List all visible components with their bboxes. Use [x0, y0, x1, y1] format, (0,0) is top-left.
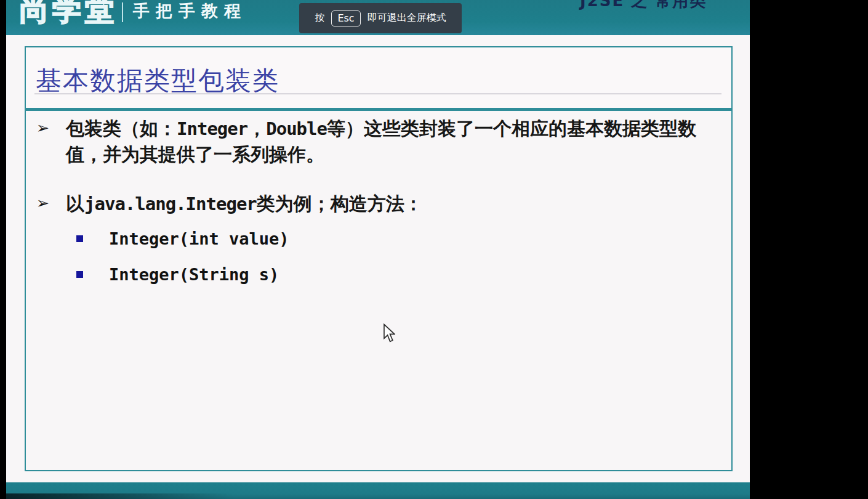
footer-bar [6, 482, 750, 499]
square-bullet-icon [76, 271, 83, 278]
slide-title: 基本数据类型包装类 [36, 63, 279, 98]
title-underline [34, 94, 721, 94]
tooltip-prefix: 按 [315, 12, 324, 25]
brand-logo: 尚学堂 [20, 0, 118, 30]
course-title: J2SE 之 常用类 [580, 0, 707, 12]
bullet-text: 以java.lang.Integer类为例；构造方法： [66, 191, 717, 217]
bullet-item: ➢以java.lang.Integer类为例；构造方法： [26, 191, 721, 217]
video-surface[interactable]: 尚学堂 手把手教程 J2SE 之 常用类 按 Esc 即可退出全屏模式 基本数据… [6, 0, 750, 499]
logo-separator [122, 2, 123, 22]
slide-title-box: 基本数据类型包装类 [25, 46, 733, 109]
slide-body-box: ➢包装类（如：Integer，Double等）这些类封装了一个相应的基本数据类型… [25, 109, 733, 471]
slide-canvas: 基本数据类型包装类 ➢包装类（如：Integer，Double等）这些类封装了一… [6, 35, 750, 482]
fullscreen-exit-tooltip: 按 Esc 即可退出全屏模式 [299, 3, 462, 33]
sub-bullet-item: Integer(int value) [26, 229, 289, 248]
bullet-arrow-icon: ➢ [36, 191, 66, 212]
tooltip-suffix: 即可退出全屏模式 [368, 12, 446, 25]
footer-shadow [6, 493, 234, 499]
bullet-text: 包装类（如：Integer，Double等）这些类封装了一个相应的基本数据类型数… [66, 116, 717, 167]
header-bar: 尚学堂 手把手教程 J2SE 之 常用类 按 Esc 即可退出全屏模式 [6, 0, 750, 35]
mouse-cursor-icon [383, 323, 395, 343]
square-bullet-icon [76, 235, 83, 242]
constructor-signature: Integer(String s) [109, 265, 279, 284]
bullet-item: ➢包装类（如：Integer，Double等）这些类封装了一个相应的基本数据类型… [26, 116, 721, 167]
constructor-signature: Integer(int value) [109, 229, 289, 248]
esc-key-badge: Esc [331, 10, 360, 26]
brand-tagline: 手把手教程 [133, 0, 247, 22]
bullet-arrow-icon: ➢ [36, 116, 66, 137]
sub-bullet-item: Integer(String s) [26, 265, 279, 284]
